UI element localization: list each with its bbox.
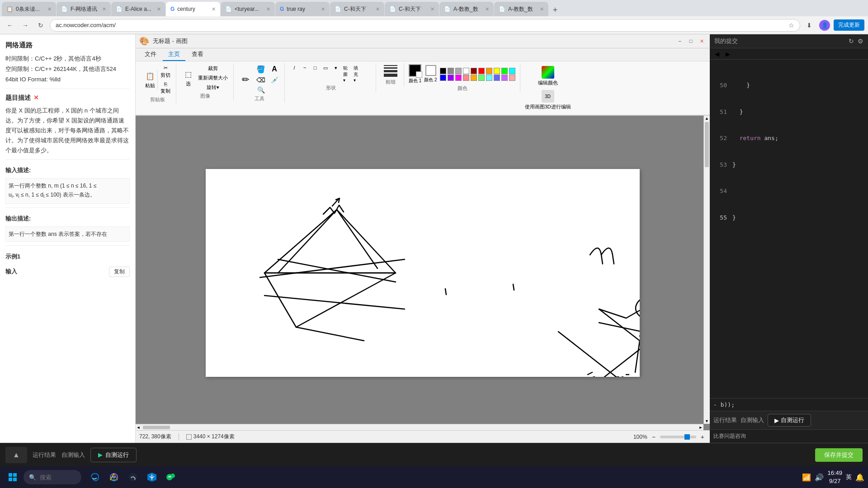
edit-color-button[interactable]: 编辑颜色	[523, 65, 573, 87]
tab-close-1[interactable]: ✕	[47, 6, 52, 12]
new-tab-button[interactable]: +	[549, 4, 561, 16]
eyedrop-button[interactable]: 💉	[268, 75, 281, 84]
text-button[interactable]: A	[268, 64, 281, 75]
shape-more[interactable]: ▾	[331, 64, 341, 84]
color-gray1[interactable]	[448, 68, 454, 74]
use-3d-button[interactable]: 3D 使用画图3D进行编辑	[523, 89, 573, 111]
tab-c-tianxia-1[interactable]: 📄 C-和天下 ✕	[330, 2, 384, 16]
color-purple[interactable]	[448, 75, 454, 81]
taskbar-clock[interactable]: 16:49 9/27	[827, 469, 842, 485]
scroll-down-button[interactable]: ▼	[704, 418, 710, 424]
select-button[interactable]: ⬚ 选	[181, 68, 195, 88]
ribbon-tab-home[interactable]: 主页	[163, 48, 185, 61]
color-yellow[interactable]	[494, 68, 500, 74]
tab-close-8[interactable]: ✕	[430, 6, 434, 12]
vertical-scrollbar[interactable]: ▲ ▼	[703, 116, 710, 424]
scroll-right-button[interactable]: ►	[698, 424, 703, 430]
rotate-button[interactable]: 旋转▾	[196, 83, 230, 92]
color-white[interactable]	[463, 68, 469, 74]
taskbar-volume-icon[interactable]: 🔊	[815, 473, 824, 482]
color-orange[interactable]	[486, 68, 492, 74]
color-cyan[interactable]	[509, 68, 515, 74]
tab-close-2[interactable]: ✕	[102, 6, 106, 12]
tab-a-shujiao-2[interactable]: 📄 A-教数_数 ✕	[494, 2, 548, 16]
refresh-button[interactable]: ↻	[34, 19, 47, 32]
taskbar-lang-indicator[interactable]: 英	[846, 473, 852, 481]
color-ltcyan[interactable]	[486, 75, 492, 81]
tab-close-6[interactable]: ✕	[321, 6, 325, 12]
refresh-editor-button[interactable]: ↻	[849, 38, 854, 45]
color-magenta[interactable]	[455, 75, 462, 81]
taskbar-app-vscode[interactable]	[144, 469, 160, 485]
profile-button[interactable]: 👤	[818, 19, 831, 32]
ribbon-tab-view[interactable]: 查看	[186, 48, 209, 61]
color2-swatch[interactable]	[425, 65, 436, 76]
taskbar-search-input[interactable]	[40, 474, 76, 481]
zoom-out-button[interactable]: −	[650, 432, 657, 441]
shape-rect[interactable]: □	[310, 64, 320, 84]
outline-button[interactable]: 轮廓▾	[341, 64, 351, 84]
zoom-slider[interactable]	[660, 436, 696, 438]
horizontal-scrollbar[interactable]: ◄ ►	[136, 424, 703, 430]
color-gray2[interactable]	[455, 68, 462, 74]
paint-close-button[interactable]: ✕	[697, 37, 706, 46]
zoom-thumb[interactable]	[684, 434, 690, 440]
pencil-button[interactable]: ✏	[238, 73, 253, 86]
tab-close-10[interactable]: ✕	[540, 6, 544, 12]
cut-button[interactable]: ✂剪切	[159, 64, 172, 80]
resize-button[interactable]: 重新调整大小	[196, 74, 230, 82]
shape-curve[interactable]: ~	[300, 64, 310, 84]
shape-round-rect[interactable]: ▭	[321, 64, 330, 84]
magnify-button[interactable]: 🔍	[255, 85, 267, 94]
thickness-4[interactable]	[384, 74, 397, 77]
paint-maximize-button[interactable]: □	[686, 37, 695, 46]
taskbar-app-chrome[interactable]	[106, 469, 122, 485]
tab-close-7[interactable]: ✕	[376, 6, 380, 12]
editor-scroll-left[interactable]: ◀	[713, 50, 721, 57]
color-amber[interactable]	[471, 75, 477, 81]
code-editor[interactable]: 50 } 51 } 52 return ans; 53} 54 55}	[710, 60, 868, 398]
fill-shape-button[interactable]: 填充▾	[352, 64, 362, 84]
tab-e-alice[interactable]: 📄 E-Alice a... ✕	[111, 2, 165, 16]
tab-close-9[interactable]: ✕	[485, 6, 489, 12]
crop-button[interactable]: 裁剪	[196, 64, 230, 73]
bookmark-icon[interactable]: ☆	[788, 22, 794, 29]
copy-button[interactable]: 复制	[109, 267, 130, 277]
start-button[interactable]	[4, 468, 22, 486]
taskbar-app-steam[interactable]	[125, 469, 141, 485]
color-red[interactable]	[478, 68, 485, 74]
taskbar-app-wechat[interactable]	[163, 469, 179, 485]
tab-close-3[interactable]: ✕	[157, 6, 161, 12]
scroll-left-button[interactable]: ◄	[136, 424, 141, 430]
address-box[interactable]: ac.nowcoder.com/acm/ ☆	[50, 19, 800, 32]
editor-scroll-right[interactable]: ▶	[724, 50, 731, 57]
forward-button[interactable]: →	[19, 19, 32, 32]
color-ltblue[interactable]	[494, 75, 500, 81]
color-pink[interactable]	[463, 75, 469, 81]
tab-close-4[interactable]: ✕	[212, 6, 216, 12]
copy-ribbon-button[interactable]: ⎘复制	[159, 80, 172, 95]
settings-editor-button[interactable]: ⚙	[858, 38, 863, 45]
self-run-button[interactable]: ▶ 自测运行	[768, 414, 811, 427]
drawing-canvas[interactable]	[206, 169, 640, 377]
thickness-2[interactable]	[384, 67, 397, 69]
color1-swatch[interactable]	[409, 64, 421, 77]
back-button[interactable]: ←	[4, 19, 16, 32]
update-button[interactable]: 完成更新	[834, 19, 864, 31]
paint-canvas-area[interactable]: ▲ ▼ ◄ ►	[136, 116, 710, 430]
eraser-button[interactable]: ⌫	[255, 75, 267, 84]
color-ltpurple[interactable]	[501, 75, 508, 81]
color-ltgreen[interactable]	[478, 75, 485, 81]
scroll-thumb-h[interactable]	[143, 426, 170, 429]
tab-a-shujiao-1[interactable]: 📄 A-数教_数 ✕	[439, 2, 494, 16]
self-run-bottom-button[interactable]: ▶ 自测运行	[90, 448, 137, 462]
zoom-in-button[interactable]: +	[699, 432, 706, 441]
save-submit-button[interactable]: 保存并提交	[815, 448, 863, 462]
taskbar-search[interactable]: 🔍	[24, 470, 81, 484]
scroll-up-indicator[interactable]: ▲	[5, 447, 27, 463]
taskbar-network-icon[interactable]: 📶	[802, 473, 811, 482]
color-blue[interactable]	[440, 75, 446, 81]
taskbar-app-edge[interactable]	[87, 469, 103, 485]
download-button[interactable]: ⬇	[803, 19, 816, 32]
thickness-1[interactable]	[384, 65, 397, 66]
